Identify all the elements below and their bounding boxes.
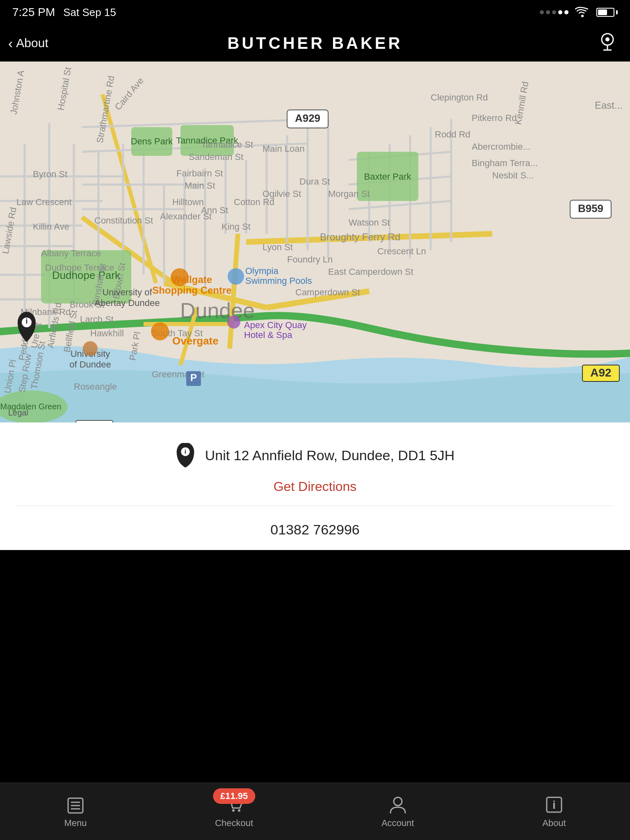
map-container[interactable]: A92 [0, 62, 630, 422]
account-label: Account [381, 818, 414, 829]
svg-text:Killin Ave: Killin Ave [33, 221, 69, 232]
svg-text:P: P [190, 372, 197, 383]
status-icons [540, 7, 618, 18]
svg-text:Larch St: Larch St [80, 314, 114, 324]
svg-text:Abercrombie...: Abercrombie... [472, 142, 530, 152]
svg-text:Camperdown St: Camperdown St [295, 287, 360, 297]
svg-text:Foundry Ln: Foundry Ln [287, 254, 333, 265]
divider [16, 506, 614, 506]
svg-point-124 [228, 268, 244, 285]
status-bar: 7:25 PM Sat Sep 15 [0, 0, 630, 25]
svg-text:Nesbit S...: Nesbit S... [492, 170, 534, 180]
checkout-label: Checkout [215, 818, 253, 829]
svg-text:Broughty Ferry Rd: Broughty Ferry Rd [320, 231, 400, 242]
svg-text:Roseangle: Roseangle [74, 381, 117, 392]
svg-text:Ann St: Ann St [201, 205, 228, 215]
svg-text:i: i [552, 799, 556, 811]
svg-text:Main St: Main St [185, 180, 215, 191]
app-title: BUTCHER BAKER [228, 34, 403, 52]
bottom-nav: Menu £11.95 Checkout Account i About [0, 783, 630, 840]
nav-about[interactable]: i About [542, 795, 566, 829]
svg-text:Morgan St: Morgan St [328, 189, 370, 199]
chevron-left-icon: ‹ [8, 35, 13, 51]
svg-point-152 [394, 797, 402, 806]
svg-text:Crescent Ln: Crescent Ln [377, 246, 426, 256]
svg-text:Hotel & Spa: Hotel & Spa [244, 330, 292, 340]
svg-text:Dens Park: Dens Park [131, 136, 173, 146]
svg-text:Tannadice St: Tannadice St [201, 139, 253, 150]
header: ‹ About BUTCHER BAKER [0, 25, 630, 62]
svg-text:Sandeman St: Sandeman St [189, 152, 243, 162]
back-label: About [16, 36, 48, 50]
svg-text:Ogilvie St: Ogilvie St [262, 189, 301, 199]
about-icon: i [544, 795, 564, 815]
signal-icon [540, 10, 568, 14]
svg-text:Fairbairn St: Fairbairn St [176, 168, 223, 178]
svg-point-122 [151, 322, 169, 340]
map-pin-icon[interactable] [597, 31, 618, 55]
svg-text:Olympia: Olympia [245, 266, 278, 276]
status-date: Sat Sep 15 [63, 6, 116, 19]
about-label: About [542, 818, 566, 829]
svg-text:Bingham Terra...: Bingham Terra... [472, 158, 538, 168]
nav-checkout[interactable]: £11.95 Checkout [215, 795, 253, 829]
svg-text:Byron St: Byron St [33, 169, 67, 179]
svg-text:Apex City Quay: Apex City Quay [244, 320, 307, 330]
svg-point-150 [232, 809, 235, 812]
svg-text:Watson St: Watson St [349, 217, 390, 228]
svg-text:King St: King St [221, 221, 251, 232]
wifi-icon [575, 7, 590, 18]
account-icon [388, 795, 408, 815]
nav-menu[interactable]: Menu [64, 795, 87, 829]
address-text: Unit 12 Annfield Row, Dundee, DD1 5JH [205, 447, 455, 463]
svg-text:Lyon St: Lyon St [262, 242, 293, 252]
svg-text:East...: East... [595, 100, 623, 111]
svg-text:i: i [25, 317, 27, 325]
svg-text:Baxter Park: Baxter Park [364, 171, 412, 182]
svg-point-151 [238, 809, 240, 812]
info-panel: i Unit 12 Annfield Row, Dundee, DD1 5JH … [0, 422, 630, 550]
svg-text:University of: University of [102, 287, 152, 297]
svg-text:Constitution St: Constitution St [94, 215, 153, 226]
checkout-price-badge: £11.95 [213, 788, 255, 804]
svg-text:Dundee: Dundee [180, 299, 255, 322]
status-time: 7:25 PM [12, 6, 55, 19]
svg-text:Hilltown: Hilltown [172, 197, 204, 207]
map-svg: A92 [0, 62, 630, 422]
svg-text:Shopping Centre: Shopping Centre [152, 285, 231, 296]
svg-text:of Dundee: of Dundee [69, 359, 111, 370]
svg-text:Clepington Rd: Clepington Rd [431, 92, 488, 103]
phone-number: 01382 762996 [270, 522, 359, 538]
svg-point-118 [83, 341, 98, 356]
location-pin-icon: i [176, 443, 195, 468]
get-directions-link[interactable]: Get Directions [274, 479, 357, 494]
svg-text:Law Crescent: Law Crescent [16, 197, 72, 207]
svg-text:Hawkhill: Hawkhill [90, 328, 124, 338]
nav-account[interactable]: Account [381, 795, 414, 829]
svg-text:East Camperdown St: East Camperdown St [328, 267, 413, 277]
svg-text:Albany Terrace: Albany Terrace [41, 248, 101, 258]
svg-point-0 [581, 15, 584, 17]
svg-point-127 [227, 315, 240, 329]
battery-icon [596, 8, 618, 17]
menu-label: Menu [64, 818, 87, 829]
svg-text:Dura St: Dura St [299, 176, 330, 187]
svg-text:Overgate: Overgate [172, 335, 219, 347]
svg-text:A92: A92 [590, 366, 611, 379]
svg-text:Pitkerro Rd: Pitkerro Rd [472, 113, 517, 123]
svg-text:i: i [185, 448, 186, 455]
address-row: i Unit 12 Annfield Row, Dundee, DD1 5JH [176, 443, 455, 468]
svg-text:B959: B959 [578, 202, 603, 215]
svg-text:Rodd Rd: Rodd Rd [435, 129, 470, 139]
svg-point-121 [171, 268, 189, 286]
legal-text: Legal [8, 408, 28, 418]
svg-text:Main Loan: Main Loan [262, 144, 305, 154]
menu-icon [66, 795, 85, 815]
svg-text:Swimming Pools: Swimming Pools [245, 276, 312, 286]
svg-text:A929: A929 [295, 112, 320, 124]
svg-text:Abertay Dundee: Abertay Dundee [95, 298, 160, 308]
back-button[interactable]: ‹ About [8, 35, 48, 51]
svg-point-2 [605, 37, 609, 41]
